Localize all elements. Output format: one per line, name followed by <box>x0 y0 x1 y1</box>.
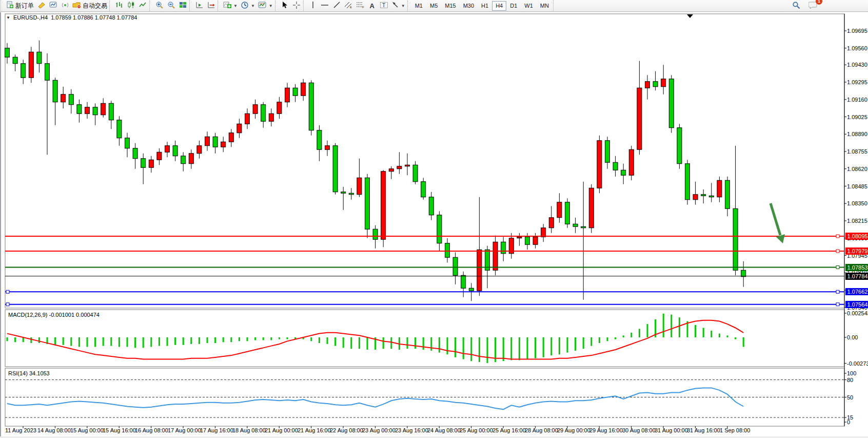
candle-body <box>221 142 226 147</box>
timeframe-button-m15[interactable]: M15 <box>441 1 459 11</box>
search-icon <box>792 1 800 11</box>
text-label-button[interactable]: T <box>378 1 390 11</box>
date-axis-label: 24 Aug 08:00 <box>427 427 461 433</box>
candle-body <box>685 164 690 200</box>
toolbar-separator <box>303 1 307 11</box>
macd-axis-tick-label: 0.00 <box>847 335 868 340</box>
candle-body <box>413 165 418 182</box>
date-axis-label: 22 Aug 08:00 <box>330 427 363 433</box>
macd-indicator-label: MACD(12,26,9) -0.001001 0.000474 <box>8 312 100 318</box>
bar-chart-button[interactable] <box>113 1 125 11</box>
candlestick-chart-button[interactable] <box>125 1 137 11</box>
candle-body <box>333 146 338 192</box>
auto-scroll-button[interactable] <box>193 1 205 11</box>
date-axis-label: 15 Aug 00:00 <box>70 427 104 433</box>
candle-body <box>125 138 130 148</box>
zoom-in-button[interactable] <box>153 1 165 11</box>
candle-body <box>717 180 722 197</box>
candle-body <box>109 103 113 120</box>
line-handle[interactable] <box>836 303 839 306</box>
timeframe-button-h4[interactable]: H4 <box>492 1 506 11</box>
trendline-button[interactable] <box>331 1 343 11</box>
timeframe-button-m1[interactable]: M1 <box>411 1 426 11</box>
templates-button[interactable]: ▼ <box>257 1 274 11</box>
candle-body <box>261 105 266 122</box>
indicators-button[interactable]: ▼ <box>222 1 239 11</box>
mt4-application: 新订单 自动交易 <box>0 0 868 438</box>
price-axis-tick-label: 1.09295 <box>847 80 868 85</box>
timeframe-button-h1[interactable]: H1 <box>478 1 492 11</box>
line-handle[interactable] <box>836 235 839 238</box>
candle-body <box>725 180 730 208</box>
horizontal-line-button[interactable] <box>319 1 331 11</box>
candle-body <box>653 82 658 87</box>
date-axis-label: 21 Aug 00:00 <box>265 427 298 433</box>
date-axis-label: 29 Aug 16:00 <box>589 427 623 433</box>
candle-body <box>29 52 33 78</box>
candle-body <box>237 124 242 133</box>
line-chart-button[interactable] <box>137 1 149 11</box>
timeframe-button-m5[interactable]: M5 <box>426 1 441 11</box>
date-axis-label: 11 Aug 2023 <box>5 427 36 433</box>
vertical-line-icon <box>310 1 316 10</box>
signals-button[interactable] <box>59 1 71 11</box>
candle-body <box>733 208 738 270</box>
text-button[interactable]: A <box>366 1 378 11</box>
chart-window[interactable]: ▼ EURUSD-,H4 1.07859 1.07886 1.07748 1.0… <box>0 12 868 436</box>
candle-body <box>637 88 642 149</box>
market-watch-button[interactable] <box>47 1 59 11</box>
zoom-out-button[interactable] <box>165 1 177 11</box>
autotrading-button[interactable]: 自动交易 <box>71 1 109 11</box>
line-handle[interactable] <box>836 266 839 269</box>
equidistant-channel-button[interactable]: E <box>343 1 354 11</box>
line-handle[interactable] <box>836 250 839 253</box>
candle-body <box>117 120 122 138</box>
date-axis-label: 23 Aug 16:00 <box>395 427 428 433</box>
candle-body <box>429 197 433 215</box>
crosshair-button[interactable] <box>291 1 303 11</box>
candle-body <box>461 275 466 288</box>
arrows-button[interactable]: ▼ <box>390 1 407 11</box>
chart-ohlc-values: 1.07859 1.07886 1.07748 1.07784 <box>51 14 137 21</box>
main-toolbar: 新订单 自动交易 <box>0 0 868 12</box>
candle-body <box>53 80 57 102</box>
price-axis-tick-label: 1.08215 <box>847 218 868 224</box>
line-handle[interactable] <box>836 290 839 293</box>
one-click-trading-arrow-icon[interactable]: ▼ <box>6 15 10 20</box>
candle-body <box>405 165 410 166</box>
price-chart-canvas[interactable] <box>1 12 868 436</box>
candle-body <box>325 146 330 150</box>
timeframe-button-w1[interactable]: W1 <box>521 1 537 11</box>
line-handle[interactable] <box>6 303 9 306</box>
candle-body <box>541 228 546 237</box>
timeframe-button-d1[interactable]: D1 <box>506 1 521 11</box>
date-axis-label: 15 Aug 16:00 <box>103 427 136 433</box>
periods-button[interactable]: ▼ <box>239 1 257 11</box>
price-level-badge: 1.07662 <box>845 288 868 295</box>
vertical-line-button[interactable] <box>307 1 319 11</box>
price-axis-tick-label: 1.08890 <box>847 131 868 137</box>
new-order-button[interactable]: 新订单 <box>5 1 35 11</box>
metaeditor-button[interactable] <box>35 1 47 11</box>
svg-text:F: F <box>362 6 364 9</box>
candle-body <box>317 130 322 150</box>
arrows-icon <box>391 1 399 10</box>
candle-body <box>621 170 626 175</box>
timeframe-button-m30[interactable]: M30 <box>460 1 478 11</box>
search-button[interactable] <box>790 1 802 11</box>
candle-body <box>661 79 666 87</box>
cursor-button[interactable] <box>279 1 291 11</box>
timeframe-button-mn[interactable]: MN <box>537 1 553 11</box>
candle-body <box>669 79 674 128</box>
candle-body <box>613 162 618 170</box>
toolbar-separator <box>553 1 557 11</box>
line-handle[interactable] <box>6 290 9 293</box>
price-level-badge: 1.07784 <box>845 273 868 280</box>
tile-windows-button[interactable] <box>177 1 189 11</box>
notifications-button[interactable]: 1 <box>807 1 819 11</box>
chart-shift-button[interactable] <box>205 1 217 11</box>
candle-body <box>477 250 482 291</box>
fibonacci-button[interactable]: F <box>354 1 366 11</box>
macd-axis-tick-label: 0.002543 <box>847 311 868 316</box>
candle-body <box>365 178 370 229</box>
